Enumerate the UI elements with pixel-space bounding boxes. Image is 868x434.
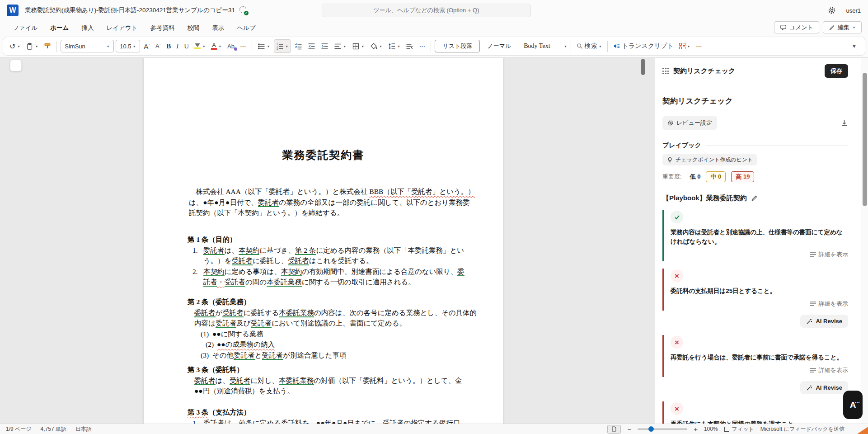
menu-item-ヘルプ[interactable]: ヘルプ [237, 24, 256, 32]
grow-font-button[interactable]: Aˆ [142, 39, 152, 53]
line-spacing-button[interactable]: ▼ [386, 39, 403, 53]
user-name[interactable]: user1 [846, 7, 861, 14]
check-icon [674, 214, 680, 220]
font-color-button[interactable]: A ▼ [209, 39, 224, 53]
doc-line: 託契約（以下「本契約」という。）を締結する。 [144, 208, 503, 218]
severity-low-count[interactable]: 低 0 [690, 173, 701, 181]
style-normal-option[interactable]: ノーマル [482, 42, 516, 50]
show-details-link[interactable]: 詳細を表示 [671, 366, 848, 374]
page-count[interactable]: 1/9 ページ [6, 425, 32, 433]
decrease-indent-button[interactable] [306, 39, 317, 53]
doc-block: 第 1 条（目的）委託者は、本契約に基づき、第 2 条に定める内容の業務（以下「… [144, 234, 503, 288]
alignment-button[interactable]: ▼ [332, 39, 348, 53]
zoom-in-button[interactable]: + [694, 425, 698, 433]
bullet-list-icon [258, 42, 265, 50]
menu-item-参考資料[interactable]: 参考資料 [150, 24, 175, 32]
clipboard-icon [26, 42, 33, 50]
severity-mid-count[interactable]: 中 0 [706, 171, 726, 182]
underline-button[interactable]: U [182, 39, 191, 53]
transcript-button[interactable]: トランスクリプト [611, 39, 676, 53]
font-size-select[interactable]: 10.5▼ [116, 40, 140, 52]
x-icon: × [675, 405, 679, 413]
ai-revise-button[interactable]: AI Revise [800, 315, 848, 328]
doc-block: 第 2 条（委託業務）委託者が受託者に委託する本委託業務の内容は、次の各号に定め… [144, 297, 503, 360]
current-style-box[interactable]: リスト段落 [435, 40, 480, 52]
drag-handle-icon[interactable] [662, 68, 669, 74]
more-font-options-button[interactable]: ⋯ [238, 39, 248, 53]
ribbon: ↺▼ ▼ SimSun▼ 10.5▼ Aˆ Aˇ B I U ▼ A ▼ [0, 35, 868, 57]
zoom-slider[interactable] [638, 429, 687, 430]
paragraph-settings-button[interactable] [404, 39, 415, 53]
ribbon-search-button[interactable]: 検索▼ [575, 39, 604, 53]
show-details-link[interactable]: 詳細を表示 [671, 300, 848, 308]
clear-formatting-button[interactable]: Ab [225, 39, 236, 53]
fit-button[interactable]: フィット [724, 425, 754, 433]
panel-header: 契約リスクチェック 保存 [662, 64, 848, 78]
undo-button[interactable]: ↺▼ [8, 39, 22, 53]
save-button[interactable]: 保存 [825, 64, 848, 78]
playbook-section-label: プレイブック [662, 142, 701, 150]
menu-item-ホーム[interactable]: ホーム [50, 24, 69, 32]
zoom-slider-knob[interactable] [648, 426, 654, 432]
show-details-link[interactable]: 詳細を表示 [671, 250, 848, 259]
shading-button[interactable]: ▼ [368, 39, 385, 53]
search-input[interactable]: ツール、ヘルプなどの検索 (Option + Q) [322, 4, 531, 17]
zoom-level[interactable]: 100% [704, 426, 718, 432]
edit-playbook-pencil-icon[interactable] [751, 195, 758, 202]
fit-icon [724, 427, 729, 432]
document-title[interactable]: 業務委託契約(成果物あり)-委託側-日本語-20230421営業サンプルのコピー… [25, 6, 235, 14]
download-icon[interactable] [840, 119, 848, 127]
settings-gear-icon[interactable] [828, 6, 836, 14]
borders-icon [352, 42, 360, 50]
comments-button[interactable]: コメント [774, 21, 819, 33]
document-scrollbar-thumb[interactable] [641, 59, 645, 75]
canvas-corner-button[interactable] [10, 60, 22, 71]
menu-item-ファイル[interactable]: ファイル [13, 24, 38, 32]
increase-indent-button[interactable] [319, 39, 330, 53]
transcript-icon [613, 42, 620, 50]
menu-item-校閲[interactable]: 校閲 [188, 24, 200, 32]
zoom-out-button[interactable]: − [627, 425, 631, 433]
review-settings-button[interactable]: レビュー設定 [662, 116, 717, 130]
page-view-button[interactable] [607, 425, 621, 434]
addins-grid-icon [679, 43, 685, 49]
checklist-button[interactable] [293, 39, 304, 53]
menu-item-挿入[interactable]: 挿入 [81, 24, 94, 32]
collapse-ribbon-chevron[interactable]: ▼ [852, 43, 857, 49]
doc-line: 委託者は、本契約に基づき、第 2 条に定める内容の業務（以下「本委託業務」とい1… [144, 245, 503, 256]
more-ribbon-options-button[interactable]: ⋯ [694, 39, 704, 53]
doc-line: う。）を受託者に委託し、受託者はこれを受託する。 [144, 255, 503, 266]
format-painter-icon [44, 42, 51, 50]
edit-mode-button[interactable]: 編集 ▼ [823, 21, 862, 33]
severity-label: 重要度: [662, 173, 682, 181]
ai-revise-button[interactable]: AI Revise [800, 381, 848, 394]
font-name-select[interactable]: SimSun▼ [61, 40, 114, 52]
numbered-list-button[interactable]: 1 2 3 ▼ [274, 39, 291, 53]
styles-gallery-chevron[interactable]: ▼ [564, 44, 568, 47]
word-logo-icon[interactable]: W [7, 5, 19, 16]
details-lines-icon [810, 301, 816, 307]
borders-button[interactable]: ▼ [350, 39, 366, 53]
word-count[interactable]: 4,757 単語 [41, 425, 66, 433]
style-body-text-option[interactable]: Body Text [518, 42, 562, 50]
addins-button[interactable]: ▼ [677, 39, 692, 53]
bold-button[interactable]: B [164, 39, 173, 53]
checkpoint-hint-button[interactable]: チェックポイント作成のヒント [662, 154, 757, 165]
document-page[interactable]: 業務委託契約書 株式会社 AAA（以下「委託者」という。）と株式会社 BBB（以… [144, 58, 503, 424]
italic-button[interactable]: I [174, 39, 180, 53]
ai-assistant-fab[interactable]: A••• [843, 391, 863, 419]
checkpoint-hint-label: チェックポイント作成のヒント [676, 156, 753, 164]
shrink-font-button[interactable]: Aˇ [154, 39, 163, 53]
more-paragraph-options-button[interactable]: ⋯ [417, 39, 427, 53]
menu-item-レイアウト[interactable]: レイアウト [106, 24, 137, 32]
severity-high-count[interactable]: 高 19 [731, 171, 754, 182]
highlight-button[interactable]: ▼ [192, 39, 207, 53]
paste-button[interactable]: ▼ [24, 39, 40, 53]
language-indicator[interactable]: 日本語 [75, 425, 92, 433]
contract-risk-panel: 契約リスクチェック 保存 契約リスクチェック レビュー設定 プレイブック [655, 57, 868, 424]
feedback-link[interactable]: Microsoft にフィードバックを送信 [760, 425, 845, 433]
format-painter-button[interactable] [42, 39, 53, 53]
panel-scrollbar-thumb[interactable] [863, 73, 867, 206]
menu-item-表示[interactable]: 表示 [212, 24, 225, 32]
bullet-list-button[interactable]: ▼ [256, 39, 272, 53]
